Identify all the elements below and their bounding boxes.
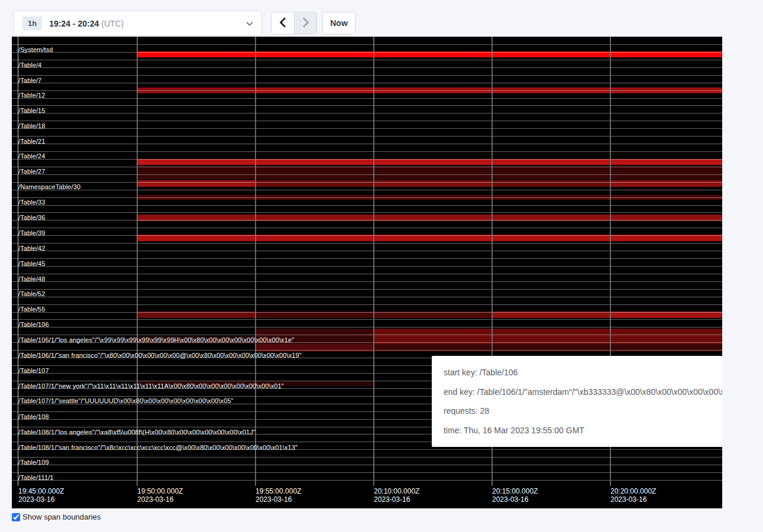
time-range-text: 19:24 - 20:24: [49, 19, 99, 28]
x-axis-tick: 20:20:00.000Z2023-03-16: [610, 487, 656, 504]
show-span-boundaries-control[interactable]: Show span boundaries: [12, 512, 101, 521]
heatmap-band[interactable]: [137, 312, 255, 318]
heatmap-band[interactable]: [610, 312, 722, 318]
horizontal-gridline: [12, 98, 722, 99]
heatmap-band[interactable]: [492, 312, 610, 318]
span-row-label: /Table/106/1/"los angeles"/"\x99\x99\x99…: [18, 336, 294, 343]
heatmap-band[interactable]: [255, 180, 373, 187]
x-tick-time: 20:15:00.000Z: [492, 487, 538, 495]
span-row-label: /Table/107/1/"seattle"/"UUUUUUD\x00\x80\…: [18, 397, 234, 404]
horizontal-gridline: [12, 228, 722, 228]
horizontal-gridline: [12, 205, 722, 206]
time-range-picker[interactable]: 1h 19:24 - 20:24 (UTC): [14, 11, 262, 36]
x-tick-time: 20:20:00.000Z: [610, 487, 656, 495]
x-axis-tick: 19:50:00.000Z2023-03-16: [137, 487, 183, 504]
x-axis-tick: 20:10:00.000Z2023-03-16: [374, 487, 419, 504]
span-row-label: /Table/4: [18, 61, 41, 69]
x-axis-tick: 20:15:00.000Z2023-03-16: [492, 487, 538, 504]
x-tick-date: 2023-03-16: [374, 495, 419, 504]
span-row-label: /Table/7: [18, 77, 41, 84]
span-row-label: /Table/48: [18, 275, 46, 283]
tooltip-requests: requests: 28: [444, 406, 722, 416]
x-tick-date: 2023-03-16: [492, 495, 538, 504]
span-row-label: /Table/33: [18, 199, 46, 206]
horizontal-gridline: [12, 251, 722, 251]
span-row-label: /Table/108: [18, 413, 49, 420]
x-tick-date: 2023-03-16: [610, 495, 656, 504]
span-row-label: /Table/12: [18, 92, 46, 99]
horizontal-gridline: [12, 144, 722, 144]
chevron-left-icon: [279, 17, 286, 30]
horizontal-gridline: [12, 350, 722, 351]
x-axis-tick: 19:55:00.000Z2023-03-16: [256, 487, 301, 504]
horizontal-gridline: [12, 83, 722, 83]
horizontal-gridline: [12, 281, 722, 282]
x-tick-time: 19:55:00.000Z: [256, 487, 301, 495]
span-row-label: /Table/27: [18, 168, 46, 175]
time-preset-badge: 1h: [22, 17, 42, 30]
span-row-label: /Table/15: [18, 107, 46, 114]
timezone-text: (UTC): [101, 19, 124, 28]
span-row-label: /Table/45: [18, 260, 46, 267]
show-span-boundaries-label: Show span boundaries: [22, 512, 101, 521]
horizontal-gridline: [12, 151, 722, 152]
horizontal-gridline: [12, 258, 722, 259]
horizontal-gridline: [12, 266, 722, 267]
heatmap-band[interactable]: [492, 180, 610, 187]
horizontal-gridline: [12, 274, 722, 274]
heatmap-band[interactable]: [255, 312, 373, 318]
heatmap-band[interactable]: [137, 180, 255, 187]
span-row-label: /Table/52: [18, 290, 46, 297]
chevron-right-icon: [302, 17, 309, 30]
horizontal-gridline: [12, 60, 722, 60]
span-row-label: /System/tsd: [18, 46, 53, 53]
x-tick-date: 2023-03-16: [137, 495, 183, 504]
key-visualizer-page: 1h 19:24 - 20:24 (UTC) Now /System/tsd/T…: [0, 0, 763, 532]
horizontal-gridline: [12, 480, 722, 481]
heatmap-band[interactable]: [137, 166, 722, 180]
horizontal-gridline: [12, 197, 722, 198]
horizontal-gridline: [12, 312, 722, 313]
x-tick-time: 19:50:00.000Z: [137, 487, 183, 495]
horizontal-gridline: [12, 212, 722, 213]
heatmap-tooltip: start key: /Table/106 end key: /Table/10…: [432, 356, 722, 447]
horizontal-gridline: [12, 167, 722, 167]
horizontal-gridline: [12, 128, 722, 129]
heatmap-band[interactable]: [610, 180, 722, 187]
horizontal-gridline: [12, 75, 722, 76]
horizontal-gridline: [12, 52, 722, 53]
span-row-label: /Table/107: [18, 367, 49, 374]
heatmap-band[interactable]: [373, 180, 492, 187]
span-row-label: /Table/106: [18, 321, 49, 328]
span-row-label: /Table/24: [18, 153, 46, 160]
horizontal-gridline: [12, 44, 722, 45]
next-time-button[interactable]: [294, 12, 316, 34]
span-row-label: /Table/36: [18, 214, 46, 221]
x-tick-date: 2023-03-16: [256, 495, 301, 504]
span-row-label: /Table/55: [18, 306, 46, 313]
tooltip-time: time: Thu, 16 Mar 2023 19:55:00 GMT: [444, 426, 722, 435]
horizontal-gridline: [12, 297, 722, 297]
vertical-gridline: [137, 37, 138, 486]
horizontal-gridline: [12, 465, 722, 465]
horizontal-gridline: [12, 235, 722, 236]
prev-time-button[interactable]: [271, 12, 294, 34]
key-visualizer-heatmap[interactable]: /System/tsd/Table/4/Table/7/Table/12/Tab…: [12, 37, 722, 508]
heatmap-band[interactable]: [137, 159, 722, 165]
span-row-label: /Table/106/1/"san francisco"/"\x80\x00\x…: [18, 352, 302, 359]
horizontal-gridline: [12, 304, 722, 305]
vertical-gridline: [255, 37, 256, 486]
horizontal-gridline: [12, 113, 722, 113]
horizontal-gridline: [12, 159, 722, 160]
span-row-label: /Table/108/1/"san francisco"/"\x8c\xcc\x…: [18, 444, 298, 451]
horizontal-gridline: [12, 457, 722, 458]
show-span-boundaries-checkbox[interactable]: [12, 513, 20, 521]
heatmap-band[interactable]: [373, 312, 492, 318]
horizontal-gridline: [12, 243, 722, 244]
horizontal-gridline: [12, 136, 722, 137]
now-button[interactable]: Now: [322, 12, 355, 34]
horizontal-gridline: [12, 220, 722, 220]
horizontal-gridline: [12, 327, 722, 327]
span-row-label: /Table/39: [18, 229, 46, 236]
span-row-label: /Table/107/1/"new york"/"\x11\x11\x11\x1…: [18, 382, 284, 390]
